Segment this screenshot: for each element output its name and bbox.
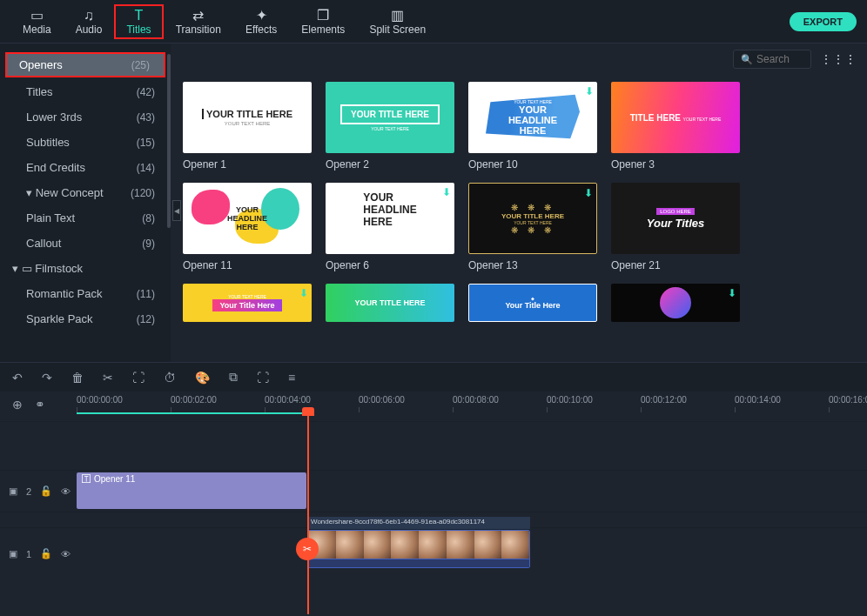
download-icon: ⬇ bbox=[728, 287, 736, 299]
sidebar-group-label: ▾ ▭ Filmstock bbox=[12, 262, 83, 275]
thumbnail-opener-21[interactable]: LOGO HERE Your Titles Opener 21 bbox=[611, 183, 740, 271]
tab-transition[interactable]: ⇄ Transition bbox=[164, 4, 233, 39]
tick: 00:00:12:00 bbox=[641, 395, 687, 405]
sidebar: Openers (25) Titles (42) Lower 3rds (43)… bbox=[0, 44, 171, 362]
timeline: ⊕ ⚭ 00:00:00:00 00:00:02:00 00:00:04:00 … bbox=[0, 392, 867, 616]
freeze-icon[interactable]: ⧉ bbox=[229, 370, 238, 385]
track-number: 1 bbox=[26, 549, 31, 559]
lock-icon[interactable]: 🔓 bbox=[40, 485, 52, 497]
thumbnail-grid: YOUR TITLE HERE YOUR TEXT HERE Opener 1 … bbox=[171, 75, 867, 362]
sidebar-item-lower-3rds[interactable]: Lower 3rds (43) bbox=[0, 104, 171, 130]
sidebar-item-count: (8) bbox=[142, 212, 155, 224]
thumb-label: Opener 21 bbox=[611, 259, 740, 271]
search-input[interactable] bbox=[756, 53, 809, 65]
sidebar-group-filmstock[interactable]: ▾ ▭ Filmstock bbox=[0, 256, 171, 281]
thumbnail-item[interactable]: ◆ Your Title Here bbox=[468, 284, 597, 322]
fit-icon[interactable]: ⛶ bbox=[257, 371, 269, 385]
sidebar-item-plain-text[interactable]: Plain Text (8) bbox=[0, 205, 171, 231]
sidebar-scrollbar[interactable] bbox=[167, 54, 171, 228]
sidebar-item-label: Subtitles bbox=[26, 136, 70, 149]
sidebar-item-romantic-pack[interactable]: Romantic Pack (11) bbox=[0, 281, 171, 306]
thumbnail-opener-2[interactable]: YOUR TITLE HERE YOUR TEXT HERE Opener 2 bbox=[326, 82, 454, 171]
clip-title[interactable]: 🅃 Opener 11 bbox=[77, 472, 306, 509]
download-icon: ⬇ bbox=[584, 187, 593, 199]
export-button[interactable]: EXPORT bbox=[790, 12, 857, 31]
speed-icon[interactable]: ⏱ bbox=[164, 371, 176, 385]
undo-icon[interactable]: ↶ bbox=[12, 371, 23, 385]
thumb-text: YOURHEADLINEHERE bbox=[363, 191, 416, 228]
timeline-ruler[interactable]: 00:00:00:00 00:00:02:00 00:00:04:00 00:0… bbox=[77, 395, 867, 414]
sidebar-collapse-handle[interactable]: ◀ bbox=[172, 200, 181, 221]
search-box[interactable]: 🔍 bbox=[733, 50, 811, 69]
sidebar-item-new-concept[interactable]: ▾ New Concept (120) bbox=[0, 180, 171, 205]
thumbnail-opener-13[interactable]: ⬇ ❋ ❋ ❋ YOUR TITLE HERE YOUR TEXT HERE ❋… bbox=[468, 183, 597, 271]
elements-icon: ❐ bbox=[317, 8, 329, 23]
settings-icon[interactable]: ≡ bbox=[288, 371, 295, 385]
link-icon[interactable]: ⚭ bbox=[35, 398, 45, 412]
redo-icon[interactable]: ↷ bbox=[42, 371, 52, 385]
download-icon: ⬇ bbox=[299, 287, 308, 299]
tick: 00:00:00:00 bbox=[77, 395, 123, 405]
tab-effects[interactable]: ✦ Effects bbox=[233, 4, 289, 39]
clip-video[interactable] bbox=[307, 530, 530, 568]
sidebar-item-titles[interactable]: Titles (42) bbox=[0, 79, 171, 104]
track-toggle-icon[interactable]: ▣ bbox=[9, 485, 17, 497]
lock-icon[interactable]: 🔓 bbox=[40, 548, 52, 559]
transition-icon: ⇄ bbox=[192, 8, 204, 23]
thumb-label: Opener 3 bbox=[611, 158, 740, 171]
playhead[interactable] bbox=[307, 414, 309, 614]
thumbnail-opener-11[interactable]: YOURHEADLINEHERE Opener 11 bbox=[183, 183, 312, 271]
tab-label: Audio bbox=[76, 23, 103, 36]
thumbnail-opener-1[interactable]: YOUR TITLE HERE YOUR TEXT HERE Opener 1 bbox=[183, 82, 312, 171]
delete-icon[interactable]: 🗑 bbox=[71, 371, 84, 385]
thumb-label: Opener 11 bbox=[183, 259, 312, 271]
sidebar-item-count: (120) bbox=[131, 187, 155, 199]
tab-elements[interactable]: ❐ Elements bbox=[289, 4, 357, 39]
tick: 00:00:06:00 bbox=[359, 395, 405, 405]
thumbnail-opener-10[interactable]: ⬇ YOUR TEXT HERE YOUR HEADLINE HERE Open… bbox=[468, 82, 597, 171]
cut-marker-icon[interactable]: ✂ bbox=[296, 538, 319, 560]
effects-icon: ✦ bbox=[256, 8, 267, 23]
thumb-title: Your Title Here bbox=[505, 301, 560, 310]
track-toggle-icon[interactable]: ▣ bbox=[9, 548, 17, 559]
tab-audio[interactable]: ♫ Audio bbox=[64, 4, 115, 39]
visibility-icon[interactable]: 👁 bbox=[61, 486, 71, 497]
clip-label: Opener 11 bbox=[94, 474, 135, 484]
thumbnail-item[interactable]: ⬇ YOUR TEXT HERE Your Title Here bbox=[183, 284, 312, 322]
folder-icon: ▭ bbox=[30, 8, 44, 23]
download-icon: ⬇ bbox=[442, 186, 451, 198]
ornament: ❋ ❋ ❋ bbox=[511, 225, 554, 235]
tab-label: Titles bbox=[126, 23, 151, 36]
cut-icon[interactable]: ✂ bbox=[103, 371, 113, 385]
color-icon[interactable]: 🎨 bbox=[195, 371, 210, 385]
thumbnail-opener-3[interactable]: TITLE HERE YOUR TEXT HERE Opener 3 bbox=[611, 82, 740, 171]
sidebar-item-label: End Credits bbox=[26, 161, 85, 174]
sidebar-item-sparkle-pack[interactable]: Sparkle Pack (12) bbox=[0, 306, 171, 331]
sidebar-item-label: Lower 3rds bbox=[26, 110, 82, 124]
sidebar-item-end-credits[interactable]: End Credits (14) bbox=[0, 155, 171, 180]
crop-icon[interactable]: ⛶ bbox=[132, 371, 144, 385]
sidebar-item-openers[interactable]: Openers (25) bbox=[5, 52, 165, 77]
grid-view-icon[interactable]: ⋮⋮⋮ bbox=[820, 52, 857, 66]
tab-titles[interactable]: T Titles bbox=[114, 4, 163, 39]
add-track-icon[interactable]: ⊕ bbox=[12, 398, 23, 412]
visibility-icon[interactable]: 👁 bbox=[61, 549, 71, 559]
orb-icon bbox=[660, 287, 691, 318]
sidebar-item-label: Callout bbox=[26, 237, 61, 250]
sidebar-item-label: Openers bbox=[19, 58, 63, 71]
text-icon: T bbox=[135, 8, 144, 23]
sidebar-item-callout[interactable]: Callout (9) bbox=[0, 231, 171, 256]
tab-split-screen[interactable]: ▥ Split Screen bbox=[357, 4, 438, 39]
thumbnail-item[interactable]: YOUR TITLE HERE bbox=[326, 284, 454, 322]
thumb-title: Your Titles bbox=[647, 217, 704, 230]
work-area[interactable] bbox=[77, 412, 307, 414]
thumb-subtitle: YOUR TEXT HERE bbox=[225, 121, 270, 126]
tab-media[interactable]: ▭ Media bbox=[10, 4, 64, 39]
thumb-title: TITLE HERE bbox=[630, 113, 681, 123]
tick: 00:00:14:00 bbox=[735, 395, 781, 405]
thumbnail-opener-6[interactable]: ⬇ YOURHEADLINEHERE Opener 6 bbox=[326, 183, 454, 271]
thumbnail-item[interactable]: ⬇ bbox=[611, 284, 740, 322]
sidebar-item-subtitles[interactable]: Subtitles (15) bbox=[0, 130, 171, 155]
sidebar-item-count: (43) bbox=[137, 111, 155, 124]
thumb-title: YOUR TITLE HERE bbox=[501, 212, 564, 220]
